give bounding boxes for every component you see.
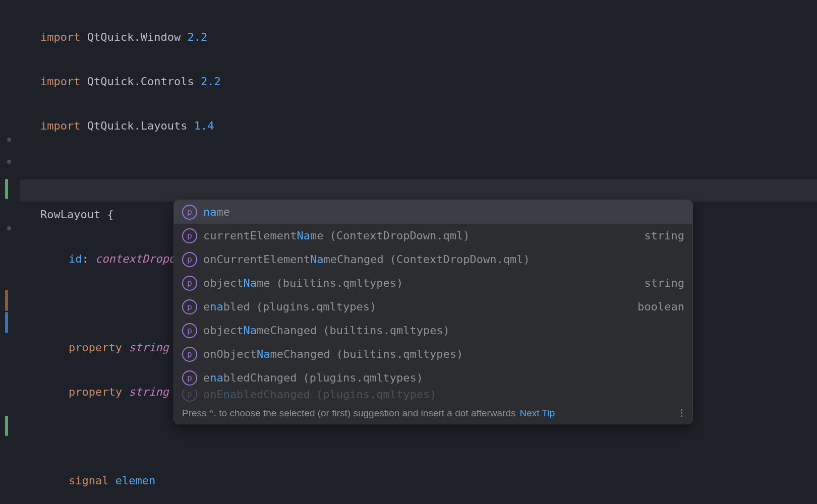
autocomplete-type: string [645, 229, 684, 242]
property-icon: p [182, 252, 197, 267]
autocomplete-source: (ContextDropDown.qml) [390, 253, 530, 266]
autocomplete-label: enabled [203, 300, 250, 313]
more-icon[interactable] [679, 407, 684, 419]
change-bar-modified [5, 312, 8, 333]
property-icon: p [182, 205, 197, 220]
autocomplete-source: (builtins.qmltypes) [323, 324, 450, 337]
autocomplete-type: string [645, 277, 684, 289]
property-icon: p [182, 276, 197, 291]
autocomplete-label: onObjectNameChanged [203, 348, 330, 360]
autocomplete-label: name [203, 206, 230, 218]
footer-hint: Press ^. to choose the selected (or firs… [182, 408, 516, 419]
change-bar-added [5, 416, 8, 436]
autocomplete-source: (plugins.qmltypes) [303, 371, 423, 384]
autocomplete-label: objectName [203, 277, 270, 289]
autocomplete-item[interactable]: p currentElementName (ContextDropDown.qm… [174, 224, 692, 247]
autocomplete-label: currentElementName [203, 229, 323, 242]
autocomplete-popup[interactable]: p name p currentElementName (ContextDrop… [173, 200, 693, 424]
editor-gutter [0, 0, 20, 504]
change-bar-added [5, 179, 8, 199]
change-bar-modified [5, 290, 8, 311]
code-line: signal elemen [69, 470, 817, 492]
autocomplete-source: (builtins.qmltypes) [276, 277, 403, 289]
autocomplete-item[interactable]: p onEnabledChanged (plugins.qmltypes) [174, 390, 692, 402]
autocomplete-item[interactable]: p name [174, 200, 692, 224]
autocomplete-source: (builtins.qmltypes) [336, 348, 463, 360]
code-line: import QtQuick.Window 2.2 [40, 26, 817, 48]
gutter-mark [7, 138, 11, 142]
property-icon: p [182, 228, 197, 243]
autocomplete-source: (plugins.qmltypes) [316, 390, 436, 401]
gutter-mark [7, 226, 11, 230]
autocomplete-source: (ContextDropDown.qml) [329, 229, 470, 242]
autocomplete-item[interactable]: p onCurrentElementNameChanged (ContextDr… [174, 247, 692, 271]
code-line [40, 159, 817, 181]
code-line: import QtQuick.Layouts 1.4 [40, 115, 817, 137]
autocomplete-label: objectNameChanged [203, 324, 317, 337]
property-icon: p [182, 370, 197, 386]
autocomplete-label: onEnabledChanged [203, 390, 310, 401]
autocomplete-label: onCurrentElementNameChanged [203, 253, 384, 266]
code-line: import QtQuick.Controls 2.2 [40, 71, 817, 93]
property-icon: p [182, 390, 197, 402]
property-icon: p [182, 323, 197, 338]
code-line [40, 425, 817, 448]
autocomplete-type: boolean [637, 300, 684, 313]
autocomplete-item[interactable]: p objectNameChanged (builtins.qmltypes) [174, 319, 692, 342]
property-icon: p [182, 347, 197, 362]
gutter-mark [7, 160, 11, 164]
autocomplete-item[interactable]: p enabledChanged (plugins.qmltypes) [174, 366, 692, 390]
autocomplete-item[interactable]: p enabled (plugins.qmltypes) boolean [174, 295, 692, 319]
autocomplete-label: enabledChanged [203, 371, 297, 384]
autocomplete-item[interactable]: p onObjectNameChanged (builtins.qmltypes… [174, 342, 692, 366]
autocomplete-item[interactable]: p objectName (builtins.qmltypes) string [174, 271, 692, 295]
property-icon: p [182, 299, 197, 314]
next-tip-link[interactable]: Next Tip [520, 408, 555, 419]
autocomplete-footer: Press ^. to choose the selected (or firs… [174, 402, 692, 424]
autocomplete-source: (plugins.qmltypes) [256, 300, 376, 313]
